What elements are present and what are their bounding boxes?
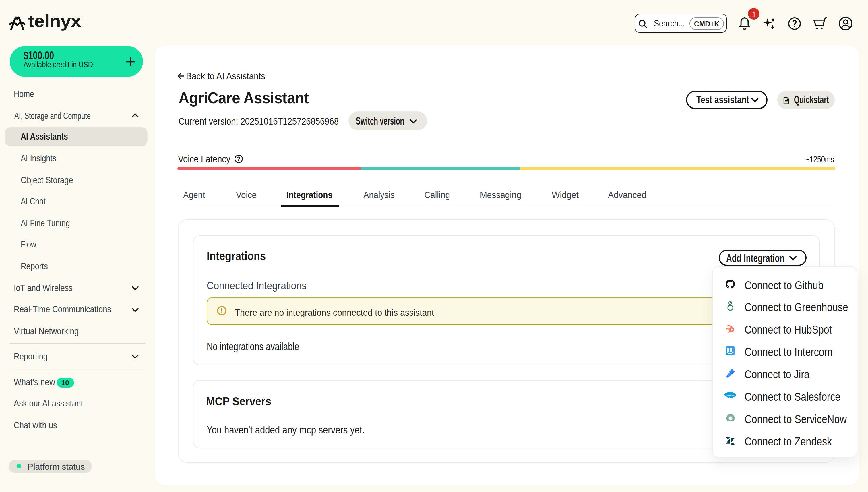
svg-text:salesforce: salesforce xyxy=(726,394,736,396)
